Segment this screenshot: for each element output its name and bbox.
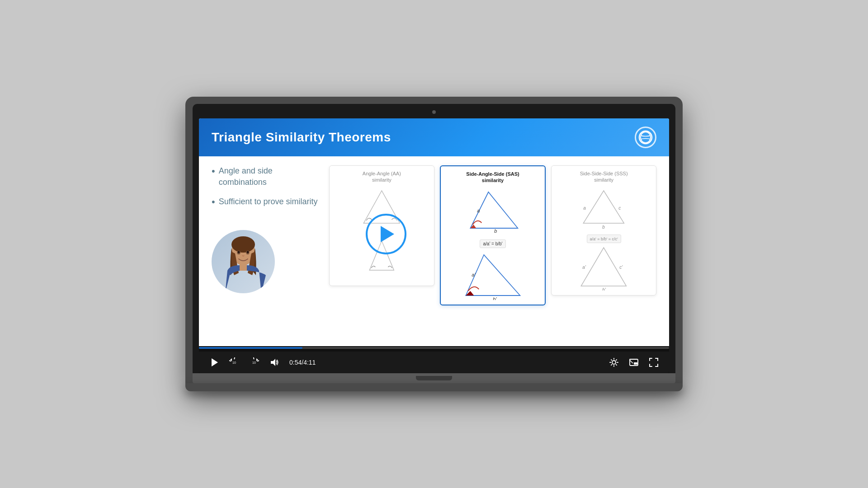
slide-title: Triangle Similarity Theorems [212, 130, 391, 145]
slide-right-panel: Angle-Angle (AA)similarity [320, 165, 656, 337]
svg-text:a': a' [583, 265, 587, 270]
bullet-list: • Angle and side combinations • Sufficie… [212, 165, 320, 216]
brand-logo [635, 127, 656, 148]
laptop-base [185, 383, 683, 391]
forward-button[interactable]: 10 [248, 356, 260, 369]
svg-rect-34 [634, 362, 637, 365]
svg-point-6 [238, 251, 240, 253]
screen-bezel: Triangle Similarity Theorems [193, 104, 675, 373]
sas-formula: a/a' = b/b' [480, 239, 505, 248]
slide-header: Triangle Similarity Theorems [199, 118, 669, 156]
svg-text:c': c' [620, 265, 623, 270]
svg-text:b': b' [493, 296, 497, 300]
svg-point-32 [612, 361, 616, 364]
bullet-dot-2: • [212, 196, 215, 208]
bullet-item-2: • Sufficient to prove similarity [212, 196, 320, 208]
svg-text:10: 10 [252, 361, 256, 364]
svg-marker-18 [584, 191, 624, 223]
svg-text:a': a' [472, 272, 476, 277]
svg-line-35 [630, 360, 633, 363]
svg-text:b': b' [603, 287, 607, 291]
aa-similarity-card: Angle-Angle (AA)similarity [329, 165, 434, 286]
svg-text:c: c [619, 206, 621, 211]
teacher-avatar [212, 230, 275, 293]
svg-text:a: a [477, 208, 480, 213]
fullscreen-button[interactable] [647, 356, 660, 369]
svg-text:b: b [494, 228, 497, 234]
volume-button[interactable] [268, 356, 280, 369]
rewind-button[interactable]: 10 [228, 356, 241, 369]
play-overlay[interactable] [366, 214, 406, 254]
laptop-bottom-bezel [193, 373, 675, 383]
sss-card-title: Side-Side-Side (SSS)similarity [580, 170, 628, 183]
pip-button[interactable] [627, 356, 640, 369]
svg-point-0 [639, 131, 652, 144]
progress-bar-fill [199, 347, 302, 349]
svg-point-7 [247, 251, 249, 253]
bullet-text-1: Angle and side combinations [219, 165, 320, 188]
play-button[interactable] [366, 214, 406, 254]
laptop-frame: Triangle Similarity Theorems [185, 97, 683, 391]
video-controls: 10 10 0:54/4:11 [199, 352, 669, 373]
laptop-notch [416, 376, 452, 380]
svg-marker-31 [271, 359, 275, 366]
time-display: 0:54/4:11 [289, 359, 316, 366]
bullet-item-1: • Angle and side combinations [212, 165, 320, 188]
sas-similarity-card: Side-Angle-Side (SAS)similarity a b [440, 165, 546, 305]
bullet-text-2: Sufficient to prove similarity [219, 196, 318, 207]
svg-rect-3 [240, 263, 247, 271]
play-icon [381, 226, 394, 242]
progress-bar-container[interactable] [199, 347, 669, 349]
controls-right [608, 356, 660, 369]
svg-text:a: a [584, 206, 586, 211]
settings-button[interactable] [608, 356, 620, 369]
sss-similarity-card: Side-Side-Side (SSS)similarity a c b a/a… [551, 165, 656, 296]
svg-point-2 [231, 236, 255, 253]
bullet-dot-1: • [212, 165, 215, 177]
play-pause-button[interactable] [208, 356, 221, 369]
svg-text:b: b [603, 225, 605, 230]
aa-card-title: Angle-Angle (AA)similarity [363, 170, 401, 183]
video-player: Triangle Similarity Theorems [199, 118, 669, 373]
slide-body: • Angle and side combinations • Sufficie… [199, 156, 669, 346]
camera [432, 110, 436, 114]
sas-card-title: Side-Angle-Side (SAS)similarity [466, 171, 519, 184]
svg-text:10: 10 [232, 361, 236, 364]
slide-content: Triangle Similarity Theorems [199, 118, 669, 346]
slide-left-panel: • Angle and side combinations • Sufficie… [212, 165, 320, 337]
sss-formula: a/a' = b/b' = c/c' [587, 235, 621, 243]
svg-marker-26 [212, 358, 218, 366]
